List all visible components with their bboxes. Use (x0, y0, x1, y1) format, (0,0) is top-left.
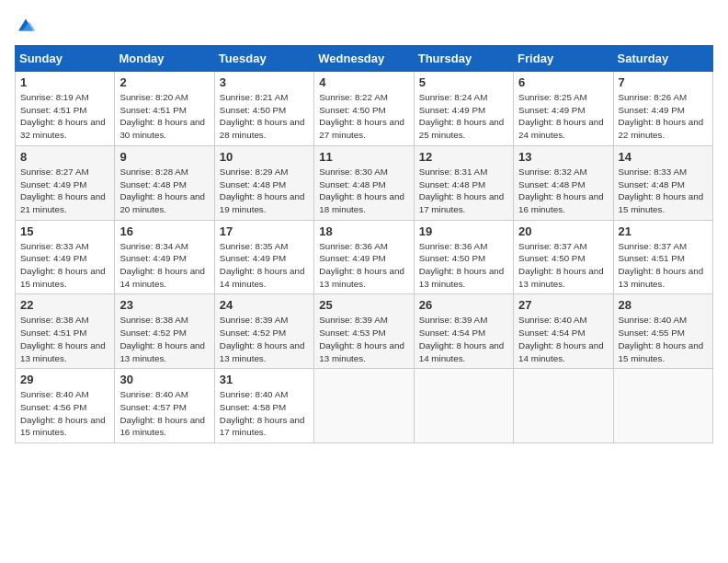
day-header-tuesday: Tuesday (214, 46, 313, 72)
calendar-cell: 18 Sunrise: 8:36 AM Sunset: 4:49 PM Dayl… (314, 220, 414, 294)
day-info: Sunrise: 8:38 AM Sunset: 4:51 PM Dayligh… (20, 314, 109, 364)
calendar-cell (414, 369, 513, 443)
day-info: Sunrise: 8:39 AM Sunset: 4:54 PM Dayligh… (419, 314, 508, 364)
day-number: 26 (419, 298, 508, 312)
day-number: 19 (419, 224, 508, 238)
day-info: Sunrise: 8:40 AM Sunset: 4:58 PM Dayligh… (220, 388, 309, 439)
day-header-wednesday: Wednesday (314, 46, 414, 72)
calendar-cell (613, 369, 712, 443)
calendar-week-row: 8 Sunrise: 8:27 AM Sunset: 4:49 PM Dayli… (16, 145, 713, 220)
day-number: 4 (319, 75, 408, 89)
day-info: Sunrise: 8:39 AM Sunset: 4:52 PM Dayligh… (220, 314, 309, 364)
day-number: 6 (518, 75, 608, 89)
day-info: Sunrise: 8:28 AM Sunset: 4:48 PM Dayligh… (119, 166, 209, 216)
calendar-cell: 22 Sunrise: 8:38 AM Sunset: 4:51 PM Dayl… (16, 294, 115, 369)
calendar-cell: 6 Sunrise: 8:25 AM Sunset: 4:49 PM Dayli… (514, 72, 613, 146)
day-info: Sunrise: 8:40 AM Sunset: 4:55 PM Dayligh… (619, 314, 708, 364)
day-number: 16 (119, 224, 209, 238)
day-info: Sunrise: 8:26 AM Sunset: 4:49 PM Dayligh… (619, 91, 708, 142)
day-info: Sunrise: 8:32 AM Sunset: 4:48 PM Dayligh… (518, 166, 608, 216)
calendar-header-row: SundayMondayTuesdayWednesdayThursdayFrid… (16, 46, 713, 72)
day-info: Sunrise: 8:37 AM Sunset: 4:50 PM Dayligh… (518, 240, 608, 291)
day-info: Sunrise: 8:40 AM Sunset: 4:56 PM Dayligh… (20, 388, 109, 439)
calendar-cell: 10 Sunrise: 8:29 AM Sunset: 4:48 PM Dayl… (214, 145, 313, 220)
calendar-week-row: 22 Sunrise: 8:38 AM Sunset: 4:51 PM Dayl… (16, 294, 713, 369)
page-header (15, 15, 713, 34)
day-number: 14 (619, 150, 708, 164)
calendar-cell: 17 Sunrise: 8:35 AM Sunset: 4:49 PM Dayl… (214, 220, 313, 294)
calendar-cell: 16 Sunrise: 8:34 AM Sunset: 4:49 PM Dayl… (115, 220, 214, 294)
day-info: Sunrise: 8:36 AM Sunset: 4:50 PM Dayligh… (419, 240, 508, 291)
calendar-cell: 7 Sunrise: 8:26 AM Sunset: 4:49 PM Dayli… (613, 72, 712, 146)
day-info: Sunrise: 8:33 AM Sunset: 4:48 PM Dayligh… (619, 166, 708, 216)
day-number: 8 (20, 150, 109, 164)
calendar-cell: 23 Sunrise: 8:38 AM Sunset: 4:52 PM Dayl… (115, 294, 214, 369)
calendar-cell: 2 Sunrise: 8:20 AM Sunset: 4:51 PM Dayli… (115, 72, 214, 146)
calendar-cell: 24 Sunrise: 8:39 AM Sunset: 4:52 PM Dayl… (214, 294, 313, 369)
day-number: 22 (20, 298, 109, 312)
day-info: Sunrise: 8:31 AM Sunset: 4:48 PM Dayligh… (419, 166, 508, 216)
calendar-week-row: 15 Sunrise: 8:33 AM Sunset: 4:49 PM Dayl… (16, 220, 713, 294)
day-info: Sunrise: 8:21 AM Sunset: 4:50 PM Dayligh… (220, 91, 309, 142)
day-header-saturday: Saturday (613, 46, 712, 72)
day-number: 15 (20, 224, 109, 238)
calendar-cell: 31 Sunrise: 8:40 AM Sunset: 4:58 PM Dayl… (214, 369, 313, 443)
day-info: Sunrise: 8:30 AM Sunset: 4:48 PM Dayligh… (319, 166, 408, 216)
calendar-cell: 30 Sunrise: 8:40 AM Sunset: 4:57 PM Dayl… (115, 369, 214, 443)
day-info: Sunrise: 8:24 AM Sunset: 4:49 PM Dayligh… (419, 91, 508, 142)
day-info: Sunrise: 8:19 AM Sunset: 4:51 PM Dayligh… (20, 91, 109, 142)
day-number: 20 (518, 224, 608, 238)
day-number: 5 (419, 75, 508, 89)
calendar-cell: 29 Sunrise: 8:40 AM Sunset: 4:56 PM Dayl… (16, 369, 115, 443)
day-number: 2 (119, 75, 209, 89)
day-header-thursday: Thursday (414, 46, 513, 72)
day-info: Sunrise: 8:40 AM Sunset: 4:54 PM Dayligh… (518, 314, 608, 364)
day-info: Sunrise: 8:39 AM Sunset: 4:53 PM Dayligh… (319, 314, 408, 364)
day-number: 24 (220, 298, 309, 312)
day-info: Sunrise: 8:35 AM Sunset: 4:49 PM Dayligh… (220, 240, 309, 291)
day-number: 9 (119, 150, 209, 164)
calendar-cell: 20 Sunrise: 8:37 AM Sunset: 4:50 PM Dayl… (514, 220, 613, 294)
calendar-cell (314, 369, 414, 443)
day-number: 23 (119, 298, 209, 312)
calendar-cell: 27 Sunrise: 8:40 AM Sunset: 4:54 PM Dayl… (514, 294, 613, 369)
calendar-cell: 28 Sunrise: 8:40 AM Sunset: 4:55 PM Dayl… (613, 294, 712, 369)
day-info: Sunrise: 8:27 AM Sunset: 4:49 PM Dayligh… (20, 166, 109, 216)
day-number: 1 (20, 75, 109, 89)
calendar-week-row: 1 Sunrise: 8:19 AM Sunset: 4:51 PM Dayli… (16, 72, 713, 146)
calendar-cell: 25 Sunrise: 8:39 AM Sunset: 4:53 PM Dayl… (314, 294, 414, 369)
day-header-sunday: Sunday (16, 46, 115, 72)
calendar-cell: 19 Sunrise: 8:36 AM Sunset: 4:50 PM Dayl… (414, 220, 513, 294)
calendar-cell: 3 Sunrise: 8:21 AM Sunset: 4:50 PM Dayli… (214, 72, 313, 146)
day-header-friday: Friday (514, 46, 613, 72)
day-number: 25 (319, 298, 408, 312)
day-number: 30 (119, 373, 209, 386)
day-number: 31 (220, 373, 309, 386)
calendar-cell: 14 Sunrise: 8:33 AM Sunset: 4:48 PM Dayl… (613, 145, 712, 220)
day-info: Sunrise: 8:25 AM Sunset: 4:49 PM Dayligh… (518, 91, 608, 142)
calendar-cell: 8 Sunrise: 8:27 AM Sunset: 4:49 PM Dayli… (16, 145, 115, 220)
day-info: Sunrise: 8:40 AM Sunset: 4:57 PM Dayligh… (119, 388, 209, 439)
calendar-cell: 26 Sunrise: 8:39 AM Sunset: 4:54 PM Dayl… (414, 294, 513, 369)
day-number: 29 (20, 373, 109, 386)
day-info: Sunrise: 8:29 AM Sunset: 4:48 PM Dayligh… (220, 166, 309, 216)
day-header-monday: Monday (115, 46, 214, 72)
logo-icon (15, 16, 37, 34)
day-info: Sunrise: 8:36 AM Sunset: 4:49 PM Dayligh… (319, 240, 408, 291)
calendar-cell: 11 Sunrise: 8:30 AM Sunset: 4:48 PM Dayl… (314, 145, 414, 220)
day-number: 3 (220, 75, 309, 89)
day-number: 28 (619, 298, 708, 312)
calendar-cell: 5 Sunrise: 8:24 AM Sunset: 4:49 PM Dayli… (414, 72, 513, 146)
day-info: Sunrise: 8:22 AM Sunset: 4:50 PM Dayligh… (319, 91, 408, 142)
day-number: 21 (619, 224, 708, 238)
day-number: 27 (518, 298, 608, 312)
calendar-cell: 21 Sunrise: 8:37 AM Sunset: 4:51 PM Dayl… (613, 220, 712, 294)
calendar-week-row: 29 Sunrise: 8:40 AM Sunset: 4:56 PM Dayl… (16, 369, 713, 443)
day-number: 18 (319, 224, 408, 238)
day-info: Sunrise: 8:37 AM Sunset: 4:51 PM Dayligh… (619, 240, 708, 291)
calendar-cell: 1 Sunrise: 8:19 AM Sunset: 4:51 PM Dayli… (16, 72, 115, 146)
day-number: 10 (220, 150, 309, 164)
calendar-table: SundayMondayTuesdayWednesdayThursdayFrid… (15, 45, 713, 443)
day-info: Sunrise: 8:33 AM Sunset: 4:49 PM Dayligh… (20, 240, 109, 291)
day-number: 11 (319, 150, 408, 164)
